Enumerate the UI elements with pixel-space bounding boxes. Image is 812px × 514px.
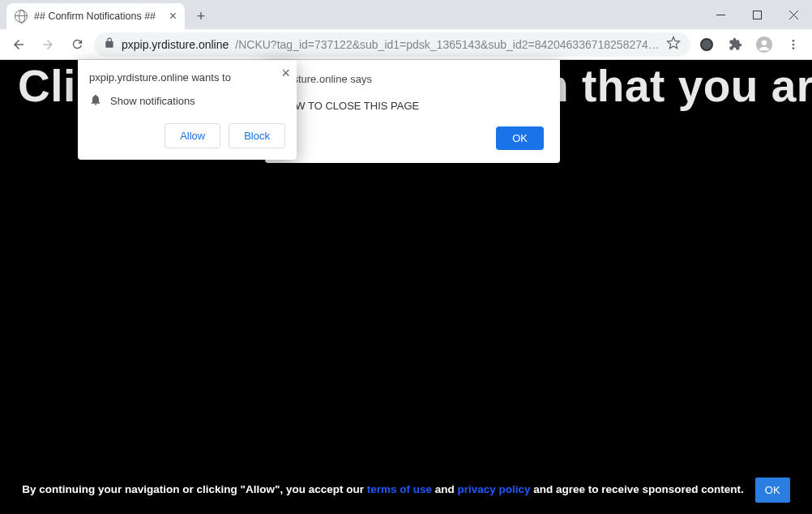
svg-rect-1 [754,11,762,19]
svg-point-6 [793,40,795,42]
privacy-policy-link[interactable]: privacy policy [457,483,530,495]
permission-allow-button[interactable]: Allow [165,123,220,148]
js-alert-message: LOW TO CLOSE THIS PAGE [281,100,544,112]
url-domain: pxpip.yrdisture.online [122,38,229,51]
js-alert-dialog: rdisture.online says LOW TO CLOSE THIS P… [265,60,560,163]
url-path: /NCKU?tag_id=737122&sub_id1=pdsk_1365143… [235,38,660,51]
permission-label: Show notifications [110,95,195,107]
permission-origin: pxpip.yrdisture.online wants to [89,71,285,84]
js-alert-origin: rdisture.online says [281,73,544,85]
close-window-button[interactable] [776,0,812,29]
reload-button[interactable] [65,32,89,57]
bookmark-star-icon[interactable] [666,36,681,53]
tab-title: ## Confirm Notifications ## [34,11,163,22]
cookie-text-and: and [432,483,458,495]
window-controls [703,0,812,29]
permission-block-button[interactable]: Block [229,123,285,148]
extensions-button[interactable] [723,32,747,57]
minimize-button[interactable] [703,0,739,29]
permission-row: Show notifications [89,93,285,109]
permission-close-icon[interactable]: × [281,65,290,82]
titlebar: ## Confirm Notifications ## × + [0,0,812,29]
cookie-consent-text: By continuing your navigation or clickin… [22,482,744,498]
terms-of-use-link[interactable]: terms of use [367,483,432,495]
svg-point-7 [793,43,795,45]
svg-point-8 [793,47,795,49]
maximize-button[interactable] [739,0,776,29]
tab-close-icon[interactable]: × [169,10,177,23]
js-alert-ok-button[interactable]: OK [496,126,544,150]
forward-button[interactable] [36,32,60,57]
notification-permission-prompt: × pxpip.yrdisture.online wants to Show n… [78,60,297,160]
cookie-text-pre: By continuing your navigation or clickin… [22,483,366,495]
browser-toolbar: pxpip.yrdisture.online/NCKU?tag_id=73712… [0,29,812,60]
address-bar[interactable]: pxpip.yrdisture.online/NCKU?tag_id=73712… [94,32,690,57]
bell-icon [89,93,102,109]
cookie-ok-button[interactable]: OK [755,478,790,503]
new-tab-button[interactable]: + [190,5,212,28]
svg-point-5 [762,40,767,45]
browser-tab[interactable]: ## Confirm Notifications ## × [6,3,185,29]
kebab-menu-button[interactable] [781,32,806,57]
cookie-text-post: and agree to receive sponsored content. [531,483,744,495]
cookie-consent-bar: By continuing your navigation or clickin… [0,478,812,503]
recording-indicator-icon[interactable] [700,38,713,51]
profile-button[interactable] [752,32,776,57]
lock-icon [104,37,115,51]
globe-icon [15,10,28,23]
back-button[interactable] [6,32,31,57]
